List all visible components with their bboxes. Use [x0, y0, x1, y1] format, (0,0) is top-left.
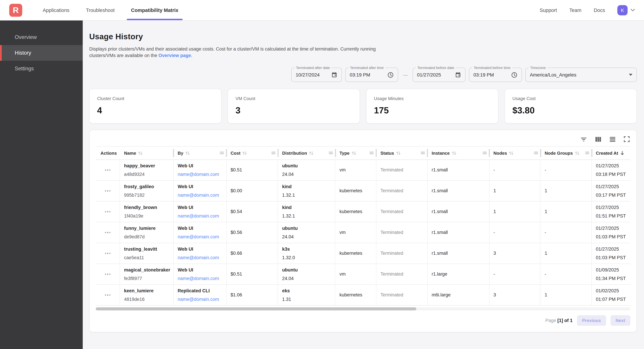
sort-icon[interactable] — [185, 151, 190, 155]
stat-card-usage-minutes: Usage Minutes 175 — [366, 89, 498, 124]
sort-desc-icon[interactable] — [620, 150, 625, 156]
cluster-id: 995b7182 — [124, 192, 173, 198]
cell-created-by: Web UIname@domain.com — [174, 181, 226, 201]
row-actions-button[interactable] — [96, 243, 120, 264]
replicated-logo[interactable]: R — [9, 3, 22, 16]
column-resize-icon[interactable] — [272, 151, 276, 155]
cell-cluster-name: magical_stonebrakerfe3f8977 — [120, 264, 174, 285]
distribution-version: 24.04 — [282, 234, 335, 240]
sort-icon[interactable] — [574, 151, 580, 155]
link-support[interactable]: Support — [540, 7, 557, 13]
column-header-by[interactable]: By — [174, 146, 226, 159]
calendar-icon[interactable] — [328, 72, 338, 78]
table-row: keen_lumiere4819de16Replicated CLIname@d… — [96, 285, 630, 306]
row-actions-button[interactable] — [96, 201, 120, 222]
type-value: vm — [340, 230, 376, 236]
email-link[interactable]: name@domain.com — [178, 234, 226, 240]
sidebar-item-history[interactable]: History — [0, 45, 83, 61]
type-value: kubernetes — [340, 250, 376, 257]
column-resize-icon[interactable] — [483, 151, 487, 155]
density-icon[interactable] — [610, 136, 616, 142]
sort-icon[interactable] — [509, 151, 514, 155]
email-link[interactable]: name@domain.com — [178, 213, 226, 219]
column-header-type[interactable]: Type — [335, 146, 376, 159]
column-header-distribution[interactable]: Distribution — [278, 146, 336, 159]
column-resize-icon[interactable] — [220, 151, 224, 155]
fullscreen-icon[interactable] — [624, 136, 630, 142]
link-team[interactable]: Team — [569, 7, 582, 13]
link-docs[interactable]: Docs — [594, 7, 605, 13]
column-header-cost[interactable]: Cost — [226, 146, 278, 159]
column-resize-icon[interactable] — [370, 151, 374, 155]
ellipsis-icon[interactable] — [105, 253, 110, 254]
clock-icon[interactable] — [384, 71, 394, 78]
column-header-instance[interactable]: Instance — [428, 146, 490, 159]
email-link[interactable]: name@domain.com — [178, 192, 226, 198]
cluster-id: cae5ea11 — [124, 255, 173, 261]
tab-applications[interactable]: Applications — [36, 0, 76, 20]
calendar-icon[interactable] — [452, 72, 461, 78]
sidebar-item-overview[interactable]: Overview — [0, 29, 83, 45]
columns-icon[interactable] — [595, 136, 601, 142]
ellipsis-icon[interactable] — [105, 274, 110, 275]
row-actions-button[interactable] — [96, 181, 120, 201]
terminated-after-time-field[interactable]: Terminated after time 03:19 PM — [345, 68, 398, 82]
column-header-status[interactable]: Status — [376, 146, 428, 159]
ellipsis-icon[interactable] — [105, 295, 110, 296]
tab-compatibility-matrix[interactable]: Compatibility Matrix — [125, 0, 184, 20]
terminated-before-time-field[interactable]: Terminated before time 03:19 PM — [469, 68, 522, 82]
table-header-row: ActionsNameByCostDistributionTypeStatusI… — [96, 146, 630, 160]
terminated-after-date-field[interactable]: Terminated after date 10/27/2024 — [291, 68, 342, 82]
ellipsis-icon[interactable] — [105, 211, 110, 212]
column-header-node-groups[interactable]: Node Groups — [540, 146, 592, 159]
tab-troubleshoot[interactable]: Troubleshoot — [80, 0, 121, 20]
nodes-value: - — [494, 271, 540, 277]
column-resize-icon[interactable] — [329, 151, 333, 155]
scrollbar-thumb[interactable] — [96, 307, 416, 311]
table-row: friendly_brown1f40a19eWeb UIname@domain.… — [96, 201, 630, 222]
terminated-before-date-field[interactable]: Terminated before date 01/27/2025 — [412, 68, 466, 82]
sidebar-item-settings[interactable]: Settings — [0, 61, 83, 76]
sort-icon[interactable] — [452, 151, 456, 155]
clock-icon[interactable] — [508, 71, 518, 78]
next-button[interactable]: Next — [610, 315, 630, 326]
email-link[interactable]: name@domain.com — [178, 275, 226, 282]
sort-icon[interactable] — [309, 151, 314, 155]
row-actions-button[interactable] — [96, 285, 120, 305]
sort-icon[interactable] — [242, 151, 247, 155]
column-resize-icon[interactable] — [534, 151, 538, 155]
email-link[interactable]: name@domain.com — [178, 255, 226, 261]
column-resize-icon[interactable] — [585, 151, 589, 155]
distribution: ubuntu — [282, 267, 335, 273]
chevron-down-icon[interactable] — [630, 8, 635, 11]
ellipsis-icon[interactable] — [105, 170, 110, 171]
nodes-value: 3 — [494, 250, 540, 257]
cost-value: $0.54 — [230, 209, 278, 215]
tab-troubleshoot-label: Troubleshoot — [86, 7, 114, 13]
sort-icon[interactable] — [138, 151, 143, 155]
ellipsis-icon[interactable] — [105, 232, 110, 233]
instance-value: m6i.large — [432, 292, 489, 298]
timezone-select[interactable]: Timezone America/Los_Angeles — [526, 68, 637, 82]
column-header-nodes[interactable]: Nodes — [489, 146, 540, 159]
previous-button[interactable]: Previous — [577, 315, 606, 326]
column-resize-icon[interactable] — [421, 151, 425, 155]
column-header-name[interactable]: Name — [120, 146, 174, 159]
email-link[interactable]: name@domain.com — [178, 171, 226, 177]
row-actions-button[interactable] — [96, 160, 120, 180]
sort-icon[interactable] — [396, 151, 401, 155]
ellipsis-icon[interactable] — [105, 190, 110, 192]
cost-value: $0.51 — [230, 271, 278, 277]
created-date: 01/27/2025 — [596, 204, 630, 211]
row-actions-button[interactable] — [96, 264, 120, 285]
column-header-created-at[interactable]: Created At — [592, 146, 630, 159]
avatar[interactable]: K — [617, 5, 628, 15]
table-row: trusting_leavittcae5ea11Web UIname@domai… — [96, 243, 630, 264]
terminated-after-time-value: 03:19 PM — [350, 72, 370, 77]
email-link[interactable]: name@domain.com — [178, 296, 226, 302]
cell-distribution: ubuntu24.04 — [278, 160, 336, 180]
sort-icon[interactable] — [351, 151, 356, 155]
row-actions-button[interactable] — [96, 222, 120, 243]
filter-icon[interactable] — [580, 136, 587, 142]
overview-page-link[interactable]: Overview page — [158, 53, 191, 58]
